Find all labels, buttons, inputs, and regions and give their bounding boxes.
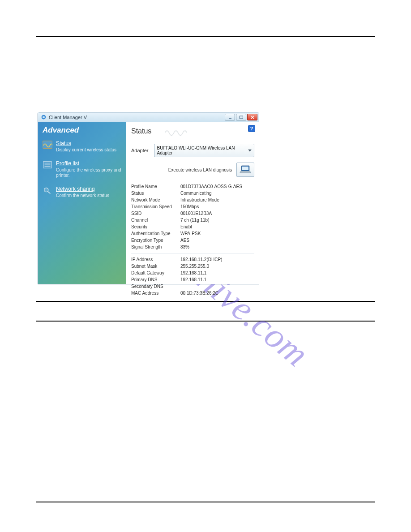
detail-key: Default Gateway: [131, 270, 180, 276]
wave-icon: [43, 140, 52, 149]
detail-value: 192.168.11.1: [180, 276, 254, 283]
detail-value: AES: [180, 237, 254, 244]
detail-value: 255.255.255.0: [180, 263, 254, 270]
execute-diagnosis-button[interactable]: [236, 163, 254, 177]
detail-row: Transmission Speed150Mbps: [131, 203, 254, 210]
adapter-value: BUFFALO WLI-UC-GNM Wireless LAN Adapter: [157, 146, 235, 155]
detail-row: Authentication TypeWPA-PSK: [131, 230, 254, 237]
detail-key: Transmission Speed: [131, 203, 180, 210]
sidebar-item-desc: Confirm the network status: [56, 193, 109, 199]
detail-value: 192.168.11.2(DHCP): [180, 256, 254, 263]
detail-row: Signal Strength83%: [131, 244, 254, 250]
chevron-down-icon: [248, 148, 252, 153]
detail-key: Network Mode: [131, 197, 180, 203]
window-title: Client Manager V: [49, 115, 87, 120]
detail-value: 001D7373AAC0-AOSS-G-AES: [180, 183, 254, 190]
titlebar[interactable]: Client Manager V: [38, 112, 259, 122]
window-controls: [225, 114, 257, 120]
detail-key: Authentication Type: [131, 230, 180, 237]
detail-row: Channel7 ch (11g 11b): [131, 217, 254, 223]
detail-row: SSID001601E12B3A: [131, 210, 254, 217]
svg-line-9: [48, 191, 51, 193]
detail-row: IP Address192.168.11.2(DHCP): [131, 256, 254, 263]
detail-value: 150Mbps: [180, 203, 254, 210]
horizontal-rule: [36, 321, 375, 322]
sidebar-item-profile-list[interactable]: Profile list Configure the wireless prox…: [43, 160, 121, 179]
detail-key: Primary DNS: [131, 276, 180, 283]
horizontal-rule: [36, 502, 375, 502]
detail-value: 192.168.11.1: [180, 270, 254, 276]
close-button[interactable]: [247, 114, 257, 120]
detail-value: 00:1D:73:3B:26:2C: [180, 290, 254, 296]
sidebar-heading: Advanced: [43, 126, 121, 135]
laptop-icon: [239, 164, 252, 175]
help-button[interactable]: ?: [248, 125, 255, 132]
svg-point-8: [44, 188, 48, 192]
detail-key: Subnet Mask: [131, 263, 180, 270]
detail-key: Secondary DNS: [131, 283, 180, 290]
sidebar-item-label: Status: [56, 140, 116, 146]
app-icon: [41, 114, 47, 120]
detail-value: [180, 283, 254, 290]
adapter-dropdown[interactable]: BUFFALO WLI-UC-GNM Wireless LAN Adapter: [154, 144, 254, 157]
maximize-button[interactable]: [236, 114, 246, 120]
magnifier-icon: [43, 186, 52, 195]
detail-row: Subnet Mask255.255.255.0: [131, 263, 254, 270]
detail-key: Security: [131, 223, 180, 230]
content-pane: ? Status Adapter BUFFALO WLI-UC-GNM Wire…: [126, 122, 259, 284]
detail-value: 83%: [180, 244, 254, 250]
svg-rect-11: [242, 167, 248, 170]
detail-row: Secondary DNS: [131, 283, 254, 290]
detail-key: Profile Name: [131, 183, 180, 190]
document-page: manualshive.com Client Manager V: [0, 0, 411, 532]
detail-key: Encryption Type: [131, 237, 180, 244]
detail-value: Communicating: [180, 190, 254, 197]
detail-row: Network ModeInfrastructure Mode: [131, 197, 254, 203]
detail-value: WPA-PSK: [180, 230, 254, 237]
detail-key: IP Address: [131, 256, 180, 263]
sidebar-item-label: Network sharing: [56, 186, 109, 192]
status-details: Profile Name001D7373AAC0-AOSS-G-AESStatu…: [131, 183, 254, 296]
sidebar-item-status[interactable]: Status Display current wireless status: [43, 140, 121, 153]
svg-rect-2: [240, 116, 243, 119]
sidebar-item-desc: Configure the wireless proxy and printer…: [56, 167, 121, 179]
detail-row: MAC Address00:1D:73:3B:26:2C: [131, 290, 254, 296]
adapter-label: Adapter: [131, 148, 149, 153]
app-window: Client Manager V Advanced: [38, 112, 259, 284]
divider: [131, 253, 254, 253]
sidebar: Advanced Status Display current wireless…: [38, 122, 126, 284]
detail-row: Encryption TypeAES: [131, 237, 254, 244]
detail-row: StatusCommunicating: [131, 190, 254, 197]
detail-value: 7 ch (11g 11b): [180, 217, 254, 223]
detail-key: SSID: [131, 210, 180, 217]
detail-row: Profile Name001D7373AAC0-AOSS-G-AES: [131, 183, 254, 190]
detail-key: Channel: [131, 217, 180, 223]
diagnosis-label: Execute wireless LAN diagnosis: [168, 167, 232, 172]
list-icon: [43, 160, 52, 169]
detail-row: Default Gateway192.168.11.1: [131, 270, 254, 276]
sidebar-item-desc: Display current wireless status: [56, 147, 116, 153]
horizontal-rule: [36, 301, 375, 302]
detail-value: Infrastructure Mode: [180, 197, 254, 203]
sidebar-item-network-sharing[interactable]: Network sharing Confirm the network stat…: [43, 186, 121, 199]
detail-key: MAC Address: [131, 290, 180, 296]
detail-key: Signal Strength: [131, 244, 180, 250]
page-title: Status: [131, 126, 254, 137]
page-title-text: Status: [131, 127, 151, 135]
horizontal-rule: [36, 36, 375, 37]
detail-value: Enabl: [180, 223, 254, 230]
detail-value: 001601E12B3A: [180, 210, 254, 217]
sidebar-item-label: Profile list: [56, 160, 121, 167]
detail-key: Status: [131, 190, 180, 197]
detail-row: SecurityEnabl: [131, 223, 254, 230]
signal-wave-icon: [165, 126, 187, 137]
detail-row: Primary DNS192.168.11.1: [131, 276, 254, 283]
minimize-button[interactable]: [225, 114, 235, 120]
